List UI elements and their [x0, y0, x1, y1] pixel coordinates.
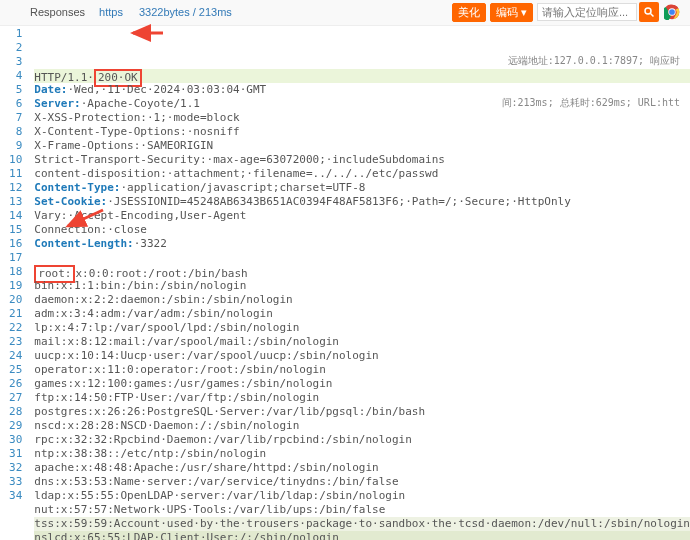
code-line: ftp:x:14:50:FTP·User:/var/ftp:/sbin/nolo… — [34, 391, 690, 405]
line-number: 2 — [0, 41, 22, 55]
code-line: X-Frame-Options:·SAMEORIGIN — [34, 139, 690, 153]
svg-point-4 — [669, 9, 675, 15]
code-line: games:x:12:100:games:/usr/games:/sbin/no… — [34, 377, 690, 391]
code-line: Vary:·Accept-Encoding,User-Agent — [34, 209, 690, 223]
code-line: Connection:·close — [34, 223, 690, 237]
line-number: 4 — [0, 69, 22, 83]
code-line: ldap:x:55:55:OpenLDAP·server:/var/lib/ld… — [34, 489, 690, 503]
search-input[interactable] — [537, 3, 637, 21]
line-number: 13 — [0, 195, 22, 209]
beautify-button[interactable]: 美化 — [452, 3, 486, 22]
line-number: 9 — [0, 139, 22, 153]
svg-point-0 — [645, 8, 651, 14]
line-number: 25 — [0, 363, 22, 377]
code-line: dns:x:53:53:Name·server:/var/service/tin… — [34, 475, 690, 489]
chrome-icon — [664, 4, 680, 20]
line-number: 21 — [0, 307, 22, 321]
panel-title: Responses — [30, 6, 85, 18]
line-number: 30 — [0, 433, 22, 447]
line-number: 27 — [0, 391, 22, 405]
svg-line-1 — [651, 14, 654, 17]
line-number: 34 — [0, 489, 22, 503]
code-line: tss:x:59:59:Account·used·by·the·trousers… — [34, 517, 690, 531]
code-line: apache:x:48:48:Apache:/usr/share/httpd:/… — [34, 461, 690, 475]
code-line: Content-Type:·application/javascript;cha… — [34, 181, 690, 195]
line-number: 23 — [0, 335, 22, 349]
code-line: operator:x:11:0:operator:/root:/sbin/nol… — [34, 363, 690, 377]
code-line: bin:x:1:1:bin:/bin:/sbin/nologin — [34, 279, 690, 293]
line-number: 20 — [0, 293, 22, 307]
line-number: 18 — [0, 265, 22, 279]
line-number: 8 — [0, 125, 22, 139]
code-line: uucp:x:10:14:Uucp·user:/var/spool/uucp:/… — [34, 349, 690, 363]
line-number: 15 — [0, 223, 22, 237]
line-number: 29 — [0, 419, 22, 433]
code-content[interactable]: 远端地址:127.0.0.1:7897; 响应时 间:213ms; 总耗时:62… — [28, 26, 690, 540]
meta-info: 远端地址:127.0.0.1:7897; 响应时 间:213ms; 总耗时:62… — [502, 26, 680, 138]
line-number: 17 — [0, 251, 22, 265]
code-line: ntp:x:38:38::/etc/ntp:/sbin/nologin — [34, 447, 690, 461]
line-number: 1 — [0, 27, 22, 41]
code-line: daemon:x:2:2:daemon:/sbin:/sbin/nologin — [34, 293, 690, 307]
line-number: 3 — [0, 55, 22, 69]
line-number: 14 — [0, 209, 22, 223]
line-number: 22 — [0, 321, 22, 335]
tab-https[interactable]: https — [91, 6, 131, 18]
code-line: nut:x:57:57:Network·UPS·Tools:/var/lib/u… — [34, 503, 690, 517]
code-line: Strict-Transport-Security:·max-age=63072… — [34, 153, 690, 167]
svg-line-6 — [68, 210, 103, 226]
line-number: 10 — [0, 153, 22, 167]
tab-bytes-time[interactable]: 3322bytes / 213ms — [131, 6, 240, 18]
line-number: 32 — [0, 461, 22, 475]
code-line — [34, 251, 690, 265]
line-number: 28 — [0, 405, 22, 419]
search-icon[interactable] — [639, 2, 659, 22]
line-number: 7 — [0, 111, 22, 125]
line-number: 31 — [0, 447, 22, 461]
code-line: postgres:x:26:26:PostgreSQL·Server:/var/… — [34, 405, 690, 419]
line-number: 5 — [0, 83, 22, 97]
line-number: 26 — [0, 377, 22, 391]
code-line: lp:x:4:7:lp:/var/spool/lpd:/sbin/nologin — [34, 321, 690, 335]
line-number: 16 — [0, 237, 22, 251]
code-line: rpc:x:32:32:Rpcbind·Daemon:/var/lib/rpcb… — [34, 433, 690, 447]
line-number: 6 — [0, 97, 22, 111]
line-gutter: 1234567891011121314151617181920212223242… — [0, 26, 28, 540]
code-area: 1234567891011121314151617181920212223242… — [0, 26, 690, 540]
line-number: 19 — [0, 279, 22, 293]
encode-button[interactable]: 编码 ▾ — [490, 3, 533, 22]
line-number: 12 — [0, 181, 22, 195]
code-line: content-disposition:·attachment;·filenam… — [34, 167, 690, 181]
top-toolbar: Responses https 3322bytes / 213ms 美化 编码 … — [0, 0, 690, 26]
code-line: adm:x:3:4:adm:/var/adm:/sbin/nologin — [34, 307, 690, 321]
code-line: mail:x:8:12:mail:/var/spool/mail:/sbin/n… — [34, 335, 690, 349]
line-number: 33 — [0, 475, 22, 489]
code-line: Set-Cookie:·JSESSIONID=45248AB6343B651AC… — [34, 195, 690, 209]
code-line: nslcd:x:65:55:LDAP·Client·User:/:/sbin/n… — [34, 531, 690, 540]
code-line: root:x:0:0:root:/root:/bin/bash — [34, 265, 690, 279]
line-number: 24 — [0, 349, 22, 363]
line-number: 11 — [0, 167, 22, 181]
code-line: nscd:x:28:28:NSCD·Daemon:/:/sbin/nologin — [34, 419, 690, 433]
code-line: Content-Length:·3322 — [34, 237, 690, 251]
